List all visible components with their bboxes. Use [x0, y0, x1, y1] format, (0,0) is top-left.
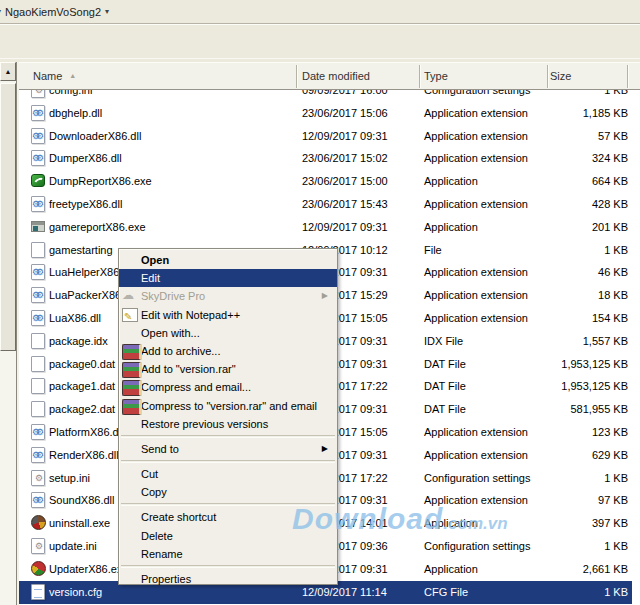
menu-item-send-to[interactable]: Send to▶: [119, 440, 337, 458]
column-divider[interactable]: [296, 65, 297, 88]
file-type: DAT File: [424, 398, 466, 421]
file-size: 57 KB: [598, 125, 628, 148]
file-row[interactable]: dbghelp.dll23/06/2017 15:06Application e…: [19, 102, 632, 125]
file-size: 1,185 KB: [583, 102, 628, 125]
menu-item-skydrive-pro[interactable]: ☁SkyDrive Pro▶: [119, 287, 337, 305]
menu-item-rename[interactable]: Rename: [119, 545, 337, 563]
file-size: 154 KB: [592, 307, 628, 330]
dll-file-icon: [31, 492, 45, 508]
menu-item-add-to-version-rar[interactable]: Add to "version.rar": [119, 360, 337, 378]
menu-item-label: Create shortcut: [141, 511, 216, 523]
menu-item-label: Delete: [141, 530, 173, 542]
menu-item-restore-previous-versions[interactable]: Restore previous versions: [119, 415, 337, 433]
column-divider[interactable]: [547, 65, 548, 88]
file-name: package0.dat: [49, 353, 115, 376]
file-size: 97 KB: [598, 489, 628, 512]
cfg-file-icon: [31, 584, 45, 600]
file-name: UpdaterX86.exe: [49, 558, 129, 581]
menu-item-label: Restore previous versions: [141, 418, 268, 430]
menu-item-copy[interactable]: Copy: [119, 483, 337, 501]
file-date: 23/06/2017 15:00: [302, 170, 388, 193]
file-type: DAT File: [424, 375, 466, 398]
exe-file-icon: [31, 174, 45, 187]
menu-item-edit[interactable]: Edit: [119, 269, 337, 287]
menu-item-cut[interactable]: Cut: [119, 465, 337, 483]
menu-item-label: Cut: [141, 468, 158, 480]
file-type: Application extension: [424, 489, 528, 512]
file-name: gamereportX86.exe: [49, 216, 146, 239]
menu-item-label: Properties: [141, 573, 191, 585]
file-type: Application extension: [424, 102, 528, 125]
dll-file-icon: [31, 287, 45, 303]
file-type: Application extension: [424, 147, 528, 170]
menu-item-delete[interactable]: Delete: [119, 527, 337, 545]
file-row[interactable]: DumperX86.dll23/06/2017 15:02Application…: [19, 147, 632, 170]
breadcrumb-back-arrow-icon[interactable]: ▾: [0, 7, 1, 16]
file-name: update.ini: [49, 535, 97, 558]
menu-separator: [121, 565, 335, 568]
notepadpp-icon: [122, 308, 138, 322]
file-type: Configuration settings: [424, 467, 530, 490]
file-type: Application extension: [424, 284, 528, 307]
menu-item-label: Add to "version.rar": [141, 363, 236, 375]
column-header-date[interactable]: Date modified: [302, 63, 370, 89]
file-name: uninstall.exe: [49, 512, 110, 535]
file-row[interactable]: gamereportX86.exe12/09/2017 09:31Applica…: [19, 216, 632, 239]
file-name: package1.dat: [49, 375, 115, 398]
menu-item-compress-and-email[interactable]: Compress and email...: [119, 378, 337, 396]
scrollbar-up-icon[interactable]: ▲: [0, 62, 16, 81]
menu-item-properties[interactable]: Properties: [119, 570, 337, 588]
menu-item-label: Compress and email...: [141, 381, 251, 393]
file-type: Application extension: [424, 193, 528, 216]
document-file-icon: [31, 242, 45, 258]
document-file-icon: [31, 401, 45, 417]
column-divider[interactable]: [419, 65, 420, 88]
file-size: 1,953,125 KB: [561, 375, 628, 398]
file-type: Application: [424, 170, 478, 193]
menu-item-label: Compress to "version.rar" and email: [141, 400, 317, 412]
file-name: gamestarting: [49, 239, 113, 262]
breadcrumb-dropdown-icon[interactable]: ▾: [105, 7, 109, 16]
column-divider[interactable]: [627, 65, 628, 88]
menu-item-label: Open: [141, 254, 169, 266]
column-header-size[interactable]: Size: [550, 63, 571, 89]
column-header-row: Name▲ Date modified Type Size: [19, 62, 640, 90]
file-name: RenderX86.dll: [49, 444, 119, 467]
menu-item-label: Add to archive...: [141, 345, 221, 357]
menu-item-open-with[interactable]: Open with...: [119, 324, 337, 342]
menu-separator: [121, 435, 335, 438]
file-size: 1,953,125 KB: [561, 353, 628, 376]
left-scrollbar[interactable]: ▲: [0, 62, 16, 605]
menu-item-add-to-archive[interactable]: Add to archive...: [119, 342, 337, 360]
menu-item-compress-to-version-rar-and-email[interactable]: Compress to "version.rar" and email: [119, 397, 337, 415]
ini-file-icon: [31, 470, 45, 486]
exe-file-icon: [31, 561, 46, 576]
file-size: 1 KB: [604, 90, 628, 102]
menu-item-label: Send to: [141, 443, 179, 455]
menu-item-edit-with-notepad[interactable]: Edit with Notepad++: [119, 306, 337, 324]
scrollbar-thumb[interactable]: [0, 83, 16, 351]
menu-item-label: Edit: [141, 272, 160, 284]
menu-item-label: Edit with Notepad++: [141, 309, 240, 321]
menu-item-create-shortcut[interactable]: Create shortcut: [119, 508, 337, 526]
winrar-icon: [122, 380, 142, 396]
file-row[interactable]: DownloaderX86.dll12/09/2017 09:31Applica…: [19, 125, 632, 148]
column-header-name[interactable]: Name▲: [33, 63, 76, 89]
menu-item-open[interactable]: Open: [119, 251, 337, 269]
file-name: package2.dat: [49, 398, 115, 421]
breadcrumb[interactable]: NgaoKiemVoSong2: [5, 6, 101, 18]
menu-item-label: Copy: [141, 486, 167, 498]
file-row[interactable]: config.ini09/09/2017 16:00Configuration …: [19, 90, 632, 102]
file-date: 23/06/2017 15:43: [302, 193, 388, 216]
file-name: dbghelp.dll: [49, 102, 102, 125]
document-file-icon: [31, 356, 45, 372]
column-header-type[interactable]: Type: [424, 63, 448, 89]
file-size: 18 KB: [598, 284, 628, 307]
file-type: CFG File: [424, 581, 468, 604]
file-row[interactable]: freetypeX86.dll23/06/2017 15:43Applicati…: [19, 193, 632, 216]
ini-file-icon: [31, 90, 45, 98]
file-date: 23/06/2017 15:02: [302, 147, 388, 170]
file-type: File: [424, 239, 442, 262]
file-type: Application extension: [424, 125, 528, 148]
file-row[interactable]: DumpReportX86.exe23/06/2017 15:00Applica…: [19, 170, 632, 193]
